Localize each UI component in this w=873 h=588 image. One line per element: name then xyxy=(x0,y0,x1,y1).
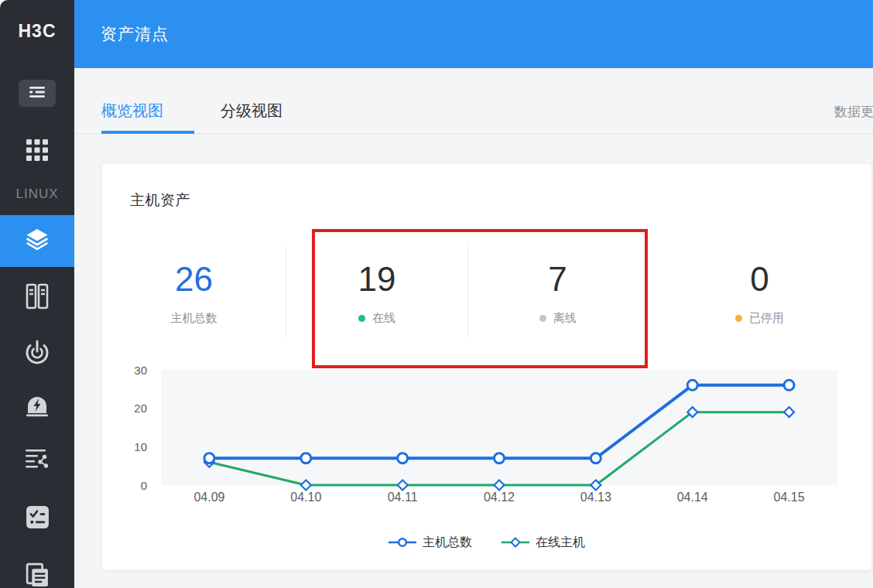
data-point-circle xyxy=(301,453,311,463)
data-point-circle xyxy=(398,453,408,463)
sidebar-item-power[interactable] xyxy=(0,339,74,368)
app-grid-icon xyxy=(26,138,49,165)
active-tab-underline xyxy=(101,131,194,134)
online-status-dot xyxy=(358,315,365,322)
sidebar-group-label: LINUX xyxy=(0,186,74,202)
host-stats-row: 26 主机总数 19 在线 7 离线 xyxy=(102,246,871,337)
power-scan-icon xyxy=(23,338,51,369)
stat-value: 0 xyxy=(648,262,871,297)
host-rack-icon xyxy=(24,282,50,313)
task-check-icon xyxy=(25,504,50,533)
plot-area xyxy=(161,370,837,485)
x-tick-label: 04.12 xyxy=(484,491,515,504)
x-tick-label: 04.13 xyxy=(580,491,611,504)
stat-disabled: 0 已停用 xyxy=(648,246,871,337)
sidebar-item-apps[interactable] xyxy=(0,138,74,165)
sidebar-item-hosts[interactable] xyxy=(0,283,74,313)
stat-value: 7 xyxy=(468,262,647,297)
data-point-circle xyxy=(204,453,214,463)
alarm-icon xyxy=(24,394,50,422)
stat-label: 离线 xyxy=(468,311,647,326)
log-audit-icon xyxy=(24,448,50,474)
data-point-circle xyxy=(687,380,697,390)
y-tick-label: 0 xyxy=(141,479,147,492)
legend-item[interactable]: 在线主机 xyxy=(502,535,585,551)
tab-bar: 概览视图 分级视图 数据更 xyxy=(74,68,873,134)
h3c-logo: H3C xyxy=(0,21,74,42)
y-tick-label: 20 xyxy=(134,402,147,415)
y-tick-label: 30 xyxy=(134,364,147,377)
menu-collapse-icon xyxy=(28,85,46,102)
stat-label: 已停用 xyxy=(648,311,871,326)
x-tick-label: 04.09 xyxy=(193,491,224,504)
data-point-circle xyxy=(495,453,505,463)
x-tick-label: 04.10 xyxy=(290,491,321,504)
chart-legend: 主机总数在线主机 xyxy=(102,532,871,552)
stat-online: 19 在线 xyxy=(286,246,468,337)
offline-status-dot xyxy=(539,315,546,322)
stat-label: 主机总数 xyxy=(102,311,286,326)
sidebar-item-alarm[interactable] xyxy=(0,393,74,422)
x-tick-label: 04.15 xyxy=(774,491,805,504)
sidebar-item-reports[interactable] xyxy=(0,562,74,588)
stat-label: 在线 xyxy=(286,311,467,326)
top-header: 资产清点 xyxy=(74,0,873,68)
host-assets-card: 主机资产 26 主机总数 19 在线 7 xyxy=(102,164,871,570)
legend-label: 主机总数 xyxy=(423,535,472,551)
stat-total-hosts: 26 主机总数 xyxy=(102,246,286,337)
report-copy-icon xyxy=(26,562,50,588)
stat-offline: 7 离线 xyxy=(468,246,648,337)
x-tick-label: 04.14 xyxy=(677,491,708,504)
legend-item[interactable]: 主机总数 xyxy=(389,535,472,551)
legend-label: 在线主机 xyxy=(536,535,585,551)
card-title: 主机资产 xyxy=(130,190,190,210)
page-title: 资产清点 xyxy=(101,23,169,45)
legend-diamond-marker xyxy=(502,537,529,548)
tab-hierarchy-view[interactable]: 分级视图 xyxy=(221,101,282,121)
stat-value: 26 xyxy=(102,262,286,297)
data-update-text: 数据更 xyxy=(834,103,873,121)
asset-layers-icon xyxy=(22,227,52,255)
data-point-circle xyxy=(591,453,601,463)
main-content: 概览视图 分级视图 数据更 主机资产 26 主机总数 19 在线 xyxy=(74,68,873,588)
tab-overview-view[interactable]: 概览视图 xyxy=(101,101,163,121)
y-tick-label: 10 xyxy=(134,440,147,453)
legend-circle-marker xyxy=(389,537,416,548)
sidebar-item-asset-inventory[interactable] xyxy=(0,215,74,267)
host-trend-chart: 010203004.0904.1004.1104.1204.1304.1404.… xyxy=(102,354,871,537)
sidebar-item-logs[interactable] xyxy=(0,446,74,476)
sidebar-item-tasks[interactable] xyxy=(0,504,74,533)
stat-value: 19 xyxy=(286,262,467,297)
data-point-circle xyxy=(784,380,794,390)
x-tick-label: 04.11 xyxy=(388,491,418,504)
sidebar: H3C LINUX xyxy=(0,0,74,588)
disabled-status-dot xyxy=(735,315,742,322)
menu-collapse-button[interactable] xyxy=(19,80,56,107)
page: H3C LINUX xyxy=(0,0,873,588)
